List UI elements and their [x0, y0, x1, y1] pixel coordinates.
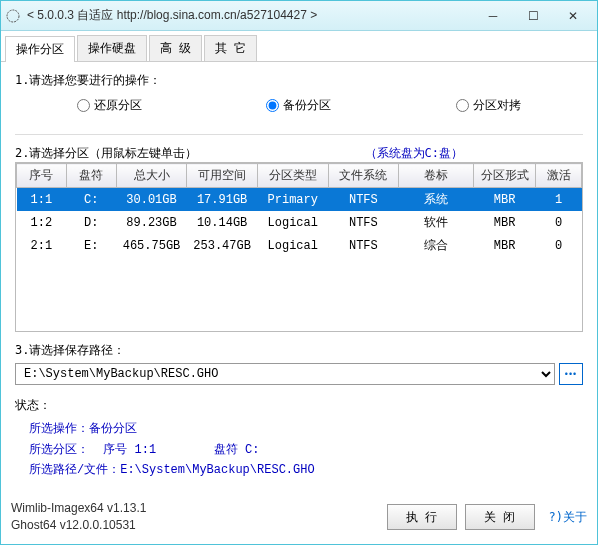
section3-label: 3.请选择保存路径：: [15, 342, 583, 359]
operation-radio-1[interactable]: 备份分区: [266, 97, 331, 114]
minimize-button[interactable]: ─: [473, 6, 513, 26]
divider: [15, 134, 583, 135]
table-header[interactable]: 序号: [17, 164, 67, 188]
footer-close-button[interactable]: 关 闭: [465, 504, 535, 530]
operation-radio-group: 还原分区备份分区分区对拷: [15, 93, 583, 124]
status-line: 所选分区： 序号 1:1 盘符 C:: [29, 440, 583, 460]
tab-bar: 操作分区操作硬盘高 级其 它: [1, 31, 597, 62]
section-path: 3.请选择保存路径： E:\System\MyBackup\RESC.GHO •…: [15, 342, 583, 385]
operation-radio-2[interactable]: 分区对拷: [456, 97, 521, 114]
save-path-input[interactable]: E:\System\MyBackup\RESC.GHO: [15, 363, 555, 385]
table-header[interactable]: 文件系统: [328, 164, 399, 188]
close-button[interactable]: ✕: [553, 6, 593, 26]
table-header[interactable]: 分区形式: [473, 164, 535, 188]
about-link[interactable]: ?)关于: [549, 509, 587, 526]
section-partition: 2.请选择分区（用鼠标左键单击） （系统盘为C:盘） 序号盘符总大小可用空间分区…: [15, 145, 583, 332]
version-info: Wimlib-Imagex64 v1.13.1 Ghost64 v12.0.0.…: [11, 500, 379, 534]
version-wimlib: Wimlib-Imagex64 v1.13.1: [11, 500, 379, 517]
maximize-button[interactable]: ☐: [513, 6, 553, 26]
system-disk-hint: （系统盘为C:盘）: [365, 145, 463, 162]
section1-label: 1.请选择您要进行的操作：: [15, 72, 583, 89]
table-row[interactable]: 2:1E:465.75GB253.47GBLogicalNTFS综合MBR0: [17, 234, 582, 257]
operation-radio-input-2[interactable]: [456, 99, 469, 112]
titlebar[interactable]: < 5.0.0.3 自适应 http://blog.sina.com.cn/a5…: [1, 1, 597, 31]
partition-table[interactable]: 序号盘符总大小可用空间分区类型文件系统卷标分区形式激活 1:1C:30.01GB…: [16, 163, 582, 257]
browse-button[interactable]: •••: [559, 363, 583, 385]
section2-label: 2.请选择分区（用鼠标左键单击）: [15, 145, 197, 162]
version-ghost: Ghost64 v12.0.0.10531: [11, 517, 379, 534]
operation-radio-input-0[interactable]: [77, 99, 90, 112]
status-line: 所选操作：备份分区: [29, 419, 583, 439]
status-label: 状态：: [15, 395, 583, 415]
status-section: 状态： 所选操作：备份分区所选分区： 序号 1:1 盘符 C:所选路径/文件：E…: [15, 395, 583, 481]
partition-table-container: 序号盘符总大小可用空间分区类型文件系统卷标分区形式激活 1:1C:30.01GB…: [15, 162, 583, 332]
footer: Wimlib-Imagex64 v1.13.1 Ghost64 v12.0.0.…: [1, 494, 597, 544]
table-header[interactable]: 分区类型: [257, 164, 328, 188]
operation-radio-0[interactable]: 还原分区: [77, 97, 142, 114]
table-header[interactable]: 激活: [536, 164, 582, 188]
table-header[interactable]: 卷标: [399, 164, 474, 188]
svg-point-0: [7, 10, 19, 22]
table-body: 1:1C:30.01GB17.91GBPrimaryNTFS系统MBR11:2D…: [17, 188, 582, 258]
status-line: 所选路径/文件：E:\System\MyBackup\RESC.GHO: [29, 460, 583, 480]
window-title: < 5.0.0.3 自适应 http://blog.sina.com.cn/a5…: [27, 7, 473, 24]
tab-2[interactable]: 高 级: [149, 35, 202, 61]
operation-radio-input-1[interactable]: [266, 99, 279, 112]
tab-0[interactable]: 操作分区: [5, 36, 75, 62]
tab-1[interactable]: 操作硬盘: [77, 35, 147, 61]
tab-3[interactable]: 其 它: [204, 35, 257, 61]
table-header[interactable]: 可用空间: [187, 164, 258, 188]
main-window: < 5.0.0.3 自适应 http://blog.sina.com.cn/a5…: [0, 0, 598, 545]
section-operation: 1.请选择您要进行的操作： 还原分区备份分区分区对拷: [15, 72, 583, 124]
table-row[interactable]: 1:1C:30.01GB17.91GBPrimaryNTFS系统MBR1: [17, 188, 582, 212]
execute-button[interactable]: 执 行: [387, 504, 457, 530]
table-header[interactable]: 盘符: [66, 164, 116, 188]
content-area: 1.请选择您要进行的操作： 还原分区备份分区分区对拷 2.请选择分区（用鼠标左键…: [1, 62, 597, 494]
table-header-row: 序号盘符总大小可用空间分区类型文件系统卷标分区形式激活: [17, 164, 582, 188]
table-row[interactable]: 1:2D:89.23GB10.14GBLogicalNTFS软件MBR0: [17, 211, 582, 234]
table-header[interactable]: 总大小: [116, 164, 187, 188]
app-icon: [5, 8, 21, 24]
